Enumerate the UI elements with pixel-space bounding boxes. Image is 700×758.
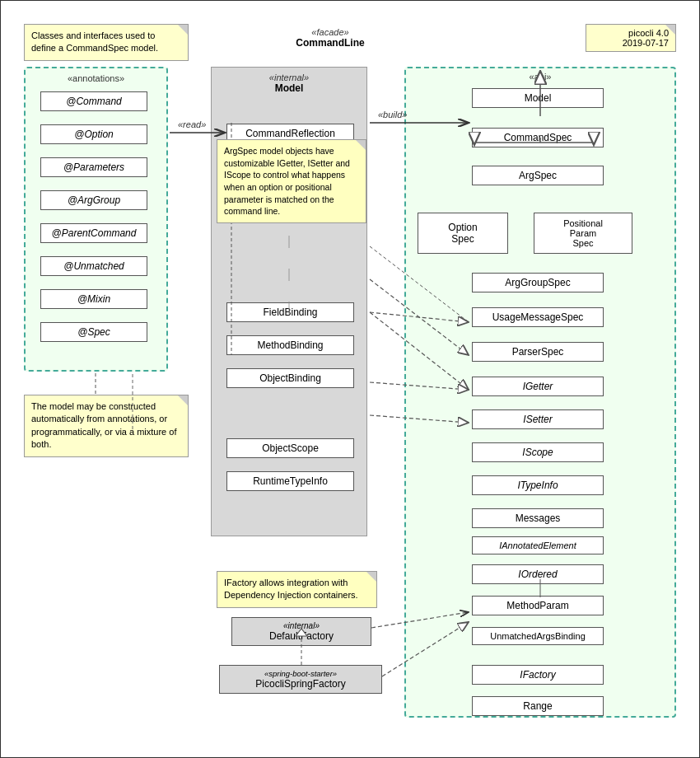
api-class-iordered: IOrdered <box>472 564 604 584</box>
annotation-option: @Option <box>40 124 147 144</box>
annotation-command: @Command <box>40 91 147 111</box>
model-note-text: ArgSpec model objects have customizable … <box>224 146 350 216</box>
api-class-arggroupspec: ArgGroupSpec <box>472 273 604 292</box>
annotation-parentcommand: @ParentCommand <box>40 223 147 243</box>
class-runtimetypeinfo: RuntimeTypeInfo <box>226 471 354 491</box>
annotations-region: «annotations» @Command @Option @Paramete… <box>24 67 168 372</box>
picoclispring-name: PicocliSpringFactory <box>255 678 345 690</box>
version-box: picocli 4.0 2019-07-17 <box>586 24 676 52</box>
api-class-usagemessagespec: UsageMessageSpec <box>472 307 604 327</box>
facade-name: CommandLine <box>248 37 413 49</box>
annotation-arggroup: @ArgGroup <box>40 190 147 210</box>
class-objectscope: ObjectScope <box>226 438 354 458</box>
class-methodbinding: MethodBinding <box>226 335 354 355</box>
api-class-commandspec: CommandSpec <box>472 128 604 147</box>
ifactory-note-text: IFactory allows integration with Depende… <box>224 578 358 600</box>
api-class-methodparam: MethodParam <box>472 596 604 615</box>
api-region: «api» Model CommandSpec ArgSpec OptionSp… <box>404 67 676 718</box>
ifactory-note: IFactory allows integration with Depende… <box>217 571 377 608</box>
class-defaultfactory: «internal» DefaultFactory <box>231 617 371 646</box>
api-class-igetter: IGetter <box>472 377 604 396</box>
bottom-left-note-text: The model may be constructed automatical… <box>31 401 176 449</box>
api-class-parserspec: ParserSpec <box>472 342 604 362</box>
bottom-left-note: The model may be constructed automatical… <box>24 395 189 457</box>
diagram-container: Classes and interfaces used to define a … <box>0 0 700 758</box>
defaultfactory-name: DefaultFactory <box>269 630 334 642</box>
defaultfactory-stereotype: «internal» <box>239 621 364 630</box>
top-left-note: Classes and interfaces used to define a … <box>24 24 189 61</box>
model-stereotype: «internal» <box>212 73 366 82</box>
version-date: 2019-07-17 <box>593 38 669 48</box>
model-region: «internal» Model CommandReflection Field… <box>211 67 367 536</box>
annotation-spec: @Spec <box>40 322 147 342</box>
api-class-argspec: ArgSpec <box>472 166 604 185</box>
api-class-iscope: IScope <box>472 442 604 462</box>
annotation-unmatched: @Unmatched <box>40 256 147 276</box>
annotation-parameters: @Parameters <box>40 157 147 177</box>
annotations-label: «annotations» <box>26 73 166 83</box>
api-class-itypeinfo: ITypeInfo <box>472 475 604 495</box>
class-fieldbinding: FieldBinding <box>226 302 354 322</box>
version-label: picocli 4.0 <box>593 28 669 38</box>
api-class-isetter: ISetter <box>472 409 604 429</box>
read-label: «read» <box>178 119 206 129</box>
top-left-note-text: Classes and interfaces used to define a … <box>31 30 158 53</box>
build-label: «build» <box>378 110 407 119</box>
api-class-iannotatedelement: IAnnotatedElement <box>472 536 604 554</box>
api-class-model: Model <box>472 88 604 108</box>
model-name: Model <box>212 82 366 94</box>
picoclispring-stereotype: «spring-boot-starter» <box>226 669 375 678</box>
class-picoclispring: «spring-boot-starter» PicocliSpringFacto… <box>219 665 382 694</box>
api-label: «api» <box>406 72 674 82</box>
api-class-unmatchedargsbinding: UnmatchedArgsBinding <box>472 627 604 645</box>
api-class-optionspec: OptionSpec <box>418 213 508 254</box>
annotation-mixin: @Mixin <box>40 289 147 309</box>
model-note: ArgSpec model objects have customizable … <box>217 139 366 223</box>
class-objectbinding: ObjectBinding <box>226 368 354 388</box>
facade-stereotype: «facade» <box>248 27 413 37</box>
facade-label: «facade» CommandLine <box>248 27 413 49</box>
api-class-positionalparamspec: PositionalParamSpec <box>534 213 632 254</box>
api-class-range: Range <box>472 696 604 716</box>
api-class-ifactory: IFactory <box>472 665 604 685</box>
api-class-messages: Messages <box>472 508 604 528</box>
